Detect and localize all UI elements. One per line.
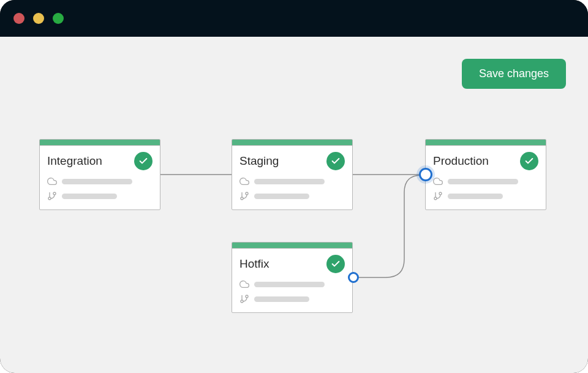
node-body: Integration — [40, 146, 160, 209]
node-detail-row — [239, 191, 345, 201]
git-branch-icon — [239, 294, 249, 304]
window-minimize-icon[interactable] — [33, 13, 44, 24]
placeholder-bar — [62, 194, 117, 199]
node-title: Hotfix — [239, 257, 270, 271]
node-title: Staging — [239, 154, 279, 168]
node-title-row: Hotfix — [239, 255, 345, 273]
svg-point-10 — [246, 295, 248, 298]
save-changes-button[interactable]: Save changes — [462, 59, 566, 89]
cloud-icon — [239, 279, 249, 289]
node-detail-row — [47, 176, 153, 186]
node-production[interactable]: Production — [425, 139, 546, 210]
git-branch-icon — [47, 191, 57, 201]
node-title-row: Integration — [47, 152, 153, 170]
connector-port-production-in[interactable] — [419, 168, 432, 181]
svg-point-4 — [246, 192, 248, 195]
git-branch-icon — [239, 191, 249, 201]
status-ok-icon — [520, 152, 538, 170]
status-ok-icon — [134, 152, 153, 170]
node-detail-row — [239, 176, 345, 186]
placeholder-bar — [448, 194, 503, 199]
node-detail-row — [239, 279, 345, 289]
node-detail-row — [433, 191, 538, 201]
edge-hotfix-production — [353, 175, 425, 277]
placeholder-bar — [448, 179, 518, 184]
node-body: Production — [426, 146, 546, 209]
git-branch-icon — [433, 191, 443, 201]
node-detail-row — [433, 176, 538, 186]
node-header-bar — [232, 140, 352, 146]
node-title: Integration — [47, 154, 102, 168]
cloud-icon — [433, 176, 443, 186]
node-title-row: Production — [433, 152, 538, 170]
placeholder-bar — [62, 179, 132, 184]
placeholder-bar — [254, 296, 309, 302]
node-header-bar — [232, 243, 352, 249]
status-ok-icon — [326, 255, 345, 273]
placeholder-bar — [254, 282, 325, 287]
window-maximize-icon[interactable] — [53, 13, 64, 24]
titlebar — [0, 0, 588, 37]
node-hotfix[interactable]: Hotfix — [232, 242, 353, 313]
svg-point-2 — [48, 197, 51, 200]
placeholder-bar — [254, 194, 309, 199]
node-title-row: Staging — [239, 152, 345, 170]
svg-point-1 — [53, 192, 56, 195]
cloud-icon — [47, 176, 57, 186]
node-integration[interactable]: Integration — [39, 139, 160, 210]
placeholder-bar — [254, 179, 325, 184]
app-window: Save changes Integration — [0, 0, 588, 373]
node-title: Production — [433, 154, 489, 168]
svg-point-11 — [241, 300, 243, 303]
window-close-icon[interactable] — [13, 13, 24, 24]
pipeline-canvas[interactable]: Save changes Integration — [0, 37, 588, 373]
node-detail-row — [239, 294, 345, 304]
node-staging[interactable]: Staging — [232, 139, 353, 210]
node-body: Staging — [232, 146, 352, 209]
svg-point-7 — [439, 192, 442, 195]
status-ok-icon — [326, 152, 345, 170]
node-header-bar — [40, 140, 160, 146]
node-header-bar — [426, 140, 546, 146]
connector-port-hotfix-out[interactable] — [348, 272, 359, 283]
node-body: Hotfix — [232, 249, 352, 312]
svg-point-8 — [434, 197, 437, 200]
node-detail-row — [47, 191, 153, 201]
cloud-icon — [239, 176, 249, 186]
svg-point-5 — [241, 197, 243, 200]
